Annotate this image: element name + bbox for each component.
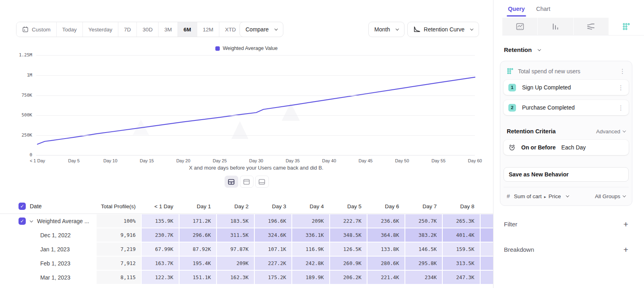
retention-value-cell: 311.5K	[217, 228, 254, 242]
view-toggle-group	[0, 176, 493, 188]
step-number-badge: 2	[508, 104, 516, 112]
advanced-select[interactable]: Advanced	[596, 128, 625, 135]
column-header-label: Total Profile(s)	[101, 203, 136, 209]
view-toggle-chart-only[interactable]	[240, 176, 254, 188]
retention-value-cell: 401.4K	[443, 228, 480, 242]
groups-select[interactable]: All Groups	[595, 193, 625, 199]
gridline	[36, 155, 475, 155]
granularity-label: Month	[374, 26, 390, 33]
retention-value-cell: 209K	[292, 214, 329, 228]
select-all-checkbox[interactable]	[19, 203, 26, 210]
view-toggle-split[interactable]	[225, 176, 238, 188]
icon-tab-bar-chart[interactable]	[538, 18, 573, 35]
chevron-down-icon	[470, 27, 473, 30]
panel-tab-chart[interactable]: Chart	[536, 6, 550, 12]
column-header-label: < 1 Day	[155, 203, 173, 209]
column-header-10: Day 8	[443, 199, 480, 213]
retention-value-cell: 227.2K	[255, 257, 292, 270]
retention-value-cell: 336.1K	[292, 228, 329, 242]
condition-label: On or Before	[521, 144, 556, 151]
behavior-menu-icon[interactable]	[619, 68, 625, 74]
behavior-card: Total spend of new users 1Sign Up Comple…	[500, 61, 632, 206]
chart-type-select[interactable]: Retention Curve	[407, 22, 479, 37]
retention-value-cell: 126.5K	[330, 242, 367, 256]
chevron-down-icon[interactable]	[30, 219, 33, 222]
date-range-button-6m[interactable]: 6M	[178, 22, 197, 37]
retention-value-cell: 348.5K	[330, 228, 367, 242]
x-axis-label: Day 60	[457, 158, 493, 163]
retention-value-cell: 183.5K	[217, 214, 254, 228]
x-axis-label: Day 20	[165, 158, 201, 163]
chart-type-label: Retention Curve	[424, 26, 464, 33]
view-toggle-table-only[interactable]	[255, 176, 269, 188]
date-range-button-3m[interactable]: 3M	[159, 22, 178, 37]
panel-tab-query[interactable]: Query	[508, 6, 525, 12]
icon-tab-line-chart[interactable]	[502, 18, 538, 35]
retention-value-cell: 242.8K	[292, 257, 329, 270]
date-range-button-yesterday[interactable]: Yesterday	[83, 22, 119, 37]
step-menu-icon[interactable]	[618, 85, 624, 91]
value-row: # Sum of cart Price All Groups	[504, 187, 629, 202]
retention-value-cell-clipped	[481, 214, 493, 228]
column-header-label: Day 3	[272, 203, 286, 209]
x-axis-label: Day 25	[202, 158, 238, 163]
retention-value-cell: 133.8K	[367, 242, 405, 256]
range-label: Yesterday	[89, 27, 113, 33]
calendar-icon	[22, 26, 29, 33]
date-range-button-custom[interactable]: Custom	[17, 22, 57, 37]
add-breakdown-button[interactable]	[623, 245, 628, 254]
granularity-select[interactable]: Month	[368, 22, 405, 37]
column-header-7: Day 5	[330, 199, 367, 213]
chevron-down-icon	[538, 48, 541, 51]
icon-tab-flows[interactable]	[574, 18, 609, 35]
y-axis-label: 1M	[0, 73, 32, 78]
retention-value-cell: 163.7K	[142, 257, 179, 270]
panel-tab-bar: Query Chart	[493, 0, 644, 18]
column-header-3: Day 1	[180, 199, 217, 213]
range-label: 7D	[124, 27, 131, 33]
range-label: 3M	[164, 27, 172, 33]
advanced-label: Advanced	[596, 128, 620, 135]
retention-type-select[interactable]: Retention	[504, 46, 644, 53]
x-axis-label: Day 55	[420, 158, 456, 163]
retention-value-cell: 280.6K	[367, 257, 405, 270]
date-range-button-12m[interactable]: 12M	[197, 22, 219, 37]
row-checkbox[interactable]	[19, 218, 26, 225]
behavior-name[interactable]: Total spend of new users	[518, 68, 580, 75]
date-range-button-7d[interactable]: 7D	[118, 22, 137, 37]
row-label-cell: Weighted Average ...	[0, 214, 96, 228]
step-label: Purchase Completed	[522, 104, 575, 111]
row-label-cell: Dec 1, 2022	[0, 228, 96, 242]
column-header-9: Day 7	[405, 199, 442, 213]
compare-button[interactable]: Compare	[239, 22, 283, 37]
step-row[interactable]: 1Sign Up Completed	[504, 80, 629, 95]
alarm-clock-icon	[508, 144, 516, 151]
y-axis-label: 250K	[0, 133, 32, 138]
date-range-button-today[interactable]: Today	[57, 22, 83, 37]
retention-value-cell: 159.5K	[443, 242, 480, 256]
chevron-down-icon	[396, 27, 399, 30]
add-filter-button[interactable]	[623, 220, 628, 228]
retention-value-cell: 222.7K	[330, 214, 367, 228]
value-metric-select[interactable]: Sum of cart Price	[514, 193, 569, 199]
step-row[interactable]: 2Purchase Completed	[504, 100, 629, 115]
total-profiles-cell: 100%	[97, 214, 141, 228]
retention-window-card[interactable]: On or Before Each Day	[504, 140, 629, 155]
retention-dots-icon	[507, 68, 514, 75]
retention-value-cell: 171.2K	[180, 214, 217, 228]
retention-value-cell: 295.8K	[405, 257, 442, 270]
date-range-button-30d[interactable]: 30D	[137, 22, 159, 37]
gridline	[36, 95, 475, 96]
step-menu-icon[interactable]	[618, 105, 624, 111]
column-header-8: Day 6	[367, 199, 405, 213]
step-label: Sign Up Completed	[522, 84, 571, 91]
column-header-2: < 1 Day	[142, 199, 179, 213]
retention-value-cell: 260.9K	[330, 257, 367, 270]
y-axis-label: 0	[0, 152, 32, 157]
retention-value-cell: 265.3K	[443, 214, 480, 228]
icon-tab-retention[interactable]	[609, 18, 644, 35]
save-behavior-button[interactable]: Save as New Behavior	[504, 167, 629, 182]
chart-kind-tabs	[502, 18, 644, 35]
retention-value-cell: 107.1K	[255, 242, 292, 256]
row-label: Dec 1, 2022	[40, 232, 71, 238]
